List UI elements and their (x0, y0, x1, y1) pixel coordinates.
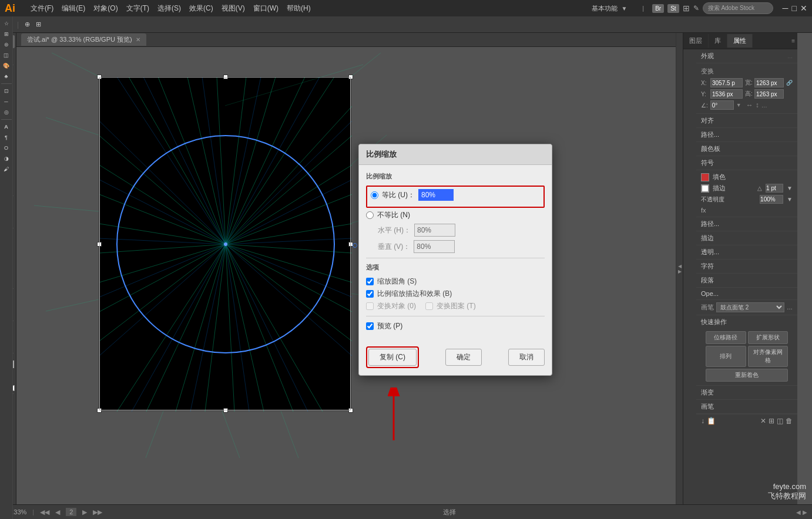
layers-icon-2[interactable]: 📋 (707, 417, 716, 425)
menu-file[interactable]: 文件(F) (27, 1, 57, 16)
layers-icon-5[interactable]: ◫ (777, 417, 783, 425)
tab-properties[interactable]: 属性 (727, 34, 753, 48)
prev-frame-btn[interactable]: ◀ (55, 508, 60, 516)
opentype-section-header[interactable]: Ope... (696, 288, 797, 300)
angle-dropdown-icon[interactable]: ▼ (736, 102, 741, 108)
width-input[interactable] (754, 78, 784, 87)
handle-bl[interactable] (97, 408, 102, 413)
menu-help[interactable]: 帮助(H) (283, 1, 314, 16)
handle-tl[interactable] (97, 75, 102, 79)
copy-button[interactable]: 复制 (C) (368, 349, 417, 366)
transparency-input[interactable] (760, 195, 783, 204)
stroke-section-header[interactable]: 描边 (696, 231, 797, 245)
transparency-section-header[interactable]: 透明... (696, 245, 797, 260)
close-btn[interactable]: ✕ (800, 4, 807, 13)
flip-h-icon[interactable]: ↔ (746, 101, 753, 109)
workspace-dropdown-icon[interactable]: ▼ (621, 5, 627, 12)
prev-page-btn[interactable]: ◀◀ (40, 508, 49, 516)
tab-library[interactable]: 库 (709, 34, 727, 48)
transparency-dropdown[interactable]: ▼ (787, 196, 793, 203)
panel-menu-icon[interactable]: ≡ (789, 38, 797, 44)
symbol-section-header[interactable]: 符号 (696, 156, 797, 170)
minimize-btn[interactable]: ─ (783, 4, 788, 13)
pathfinder-section-header[interactable]: 路径... (696, 128, 797, 142)
handle-tr[interactable] (348, 75, 353, 79)
layers-icon-4[interactable]: ⊞ (769, 417, 774, 425)
transform-objects-checkbox[interactable] (366, 302, 374, 310)
brush-selector[interactable]: 鼓点面笔 2 (716, 302, 784, 312)
stroke-weight-input[interactable] (766, 184, 783, 193)
transform-patterns-checkbox[interactable] (425, 302, 433, 310)
menu-object[interactable]: 对象(O) (90, 1, 121, 16)
stroke-weight-dropdown[interactable]: ▼ (787, 185, 793, 191)
grid-icon[interactable]: ⊞ (683, 4, 690, 13)
menu-edit[interactable]: 编辑(E) (58, 1, 89, 16)
layers-icon-3[interactable]: ✕ (760, 417, 766, 425)
brushes-section-header[interactable]: 画笔 (696, 400, 797, 414)
menu-view[interactable]: 视图(V) (218, 1, 249, 16)
menu-select[interactable]: 选择(S) (154, 1, 184, 16)
align-section-header[interactable]: 对齐 (696, 114, 797, 128)
btn-offset-path[interactable]: 位移路径 (706, 331, 746, 344)
handle-bm[interactable] (223, 408, 228, 413)
search-stock-input[interactable]: 搜索 Adobe Stock (703, 2, 773, 14)
uniform-value-input[interactable] (418, 189, 454, 201)
y-input[interactable] (710, 89, 743, 99)
transform-more-icon[interactable]: … (761, 102, 767, 109)
transform-row-angle: ∠: ▼ ↔ ↕ … (701, 100, 793, 110)
handle-tm[interactable] (223, 75, 228, 79)
scale-stroke-checkbox[interactable] (366, 290, 374, 298)
brush-more-icon[interactable]: … (787, 304, 793, 311)
horizontal-input[interactable] (414, 224, 455, 237)
handle-mr[interactable] (348, 242, 353, 247)
appearance-options-icon[interactable]: … (787, 53, 793, 59)
next-frame-btn[interactable]: ▶ (82, 508, 87, 516)
appearance-section-header[interactable]: 外观 … (696, 49, 797, 63)
angle-input[interactable] (710, 100, 734, 110)
tab-layers[interactable]: 图层 (683, 34, 709, 48)
menu-window[interactable]: 窗口(W) (250, 1, 282, 16)
flip-v-icon[interactable]: ↕ (756, 101, 759, 109)
btn-expand-shape[interactable]: 扩展形状 (748, 331, 788, 344)
character-section-header[interactable]: 字符 (696, 260, 797, 274)
menu-effect[interactable]: 效果(C) (186, 1, 217, 16)
menu-text[interactable]: 文字(T) (123, 1, 153, 16)
maximize-btn[interactable]: □ (792, 4, 797, 13)
pen-icon[interactable]: ✎ (693, 4, 699, 12)
btn-arrange[interactable]: 排列 (706, 346, 746, 367)
stock-btn[interactable]: St (667, 4, 679, 13)
paragraph-section-header[interactable]: 段落 (696, 274, 797, 288)
tab-close-btn[interactable]: ✕ (136, 36, 140, 43)
scale-corners-checkbox[interactable] (366, 278, 374, 285)
bridge-btn[interactable]: Br (652, 4, 664, 13)
gradient-section-header[interactable]: 渐变 (696, 386, 797, 400)
transform-row-xy: X: 宽: 🔗 (701, 78, 793, 87)
stroke-color-swatch[interactable] (701, 184, 709, 193)
non-uniform-radio[interactable] (366, 211, 374, 219)
toolbar-transform-icon[interactable]: ⊕ (25, 21, 30, 28)
handle-ml[interactable] (97, 242, 102, 247)
uniform-radio[interactable] (371, 191, 378, 199)
cancel-button[interactable]: 取消 (508, 349, 545, 366)
ok-button[interactable]: 确定 (445, 349, 482, 366)
preview-checkbox[interactable] (366, 322, 374, 330)
layers-icon-1[interactable]: ↓ (701, 417, 704, 425)
stroke-weight-icon[interactable]: △ (757, 185, 762, 191)
x-input[interactable] (710, 78, 743, 87)
next-page-btn[interactable]: ▶▶ (93, 508, 102, 516)
height-input[interactable] (754, 89, 784, 99)
canvas-viewport[interactable] (16, 47, 676, 504)
handle-br[interactable] (348, 408, 353, 413)
path-section-header[interactable]: 路径... (696, 217, 797, 231)
layers-icon-6[interactable]: 🗑 (786, 417, 793, 425)
vertical-row: 垂直 (V)： (378, 240, 545, 253)
btn-align-pixel-grid[interactable]: 对齐像素网格 (748, 346, 788, 367)
color-panel-section-header[interactable]: 颜色板 (696, 142, 797, 156)
btn-recolor[interactable]: 重新着色 (706, 369, 788, 382)
link-proportions-icon[interactable]: 🔗 (786, 80, 793, 86)
panel-collapse-handle[interactable]: ◀▶ (676, 33, 683, 504)
vertical-input[interactable] (414, 240, 455, 253)
fill-color-swatch[interactable] (701, 173, 709, 181)
document-tab-item[interactable]: 尝试.ai* @ 33.33% (RGB/GPU 预览) ✕ (21, 33, 146, 46)
toolbar-align-icon[interactable]: ⊞ (36, 21, 41, 28)
